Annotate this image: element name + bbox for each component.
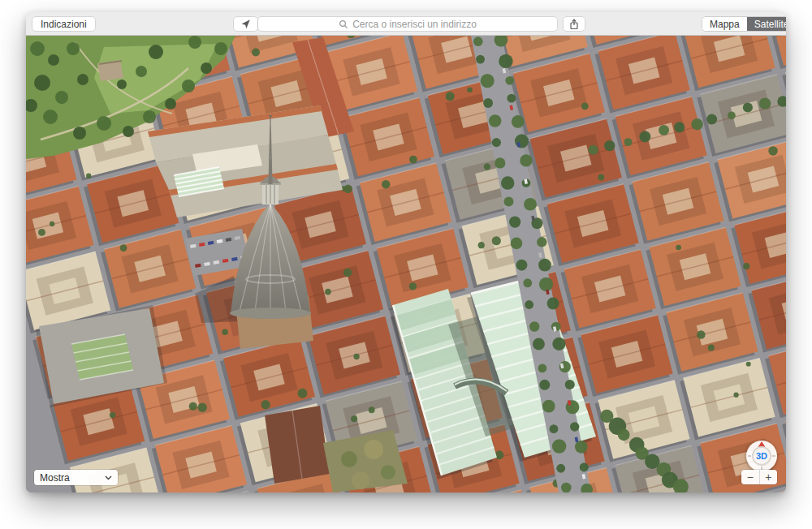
show-dropdown[interactable]: Mostra (34, 470, 118, 485)
compass-tick-east (772, 455, 775, 457)
search-icon (339, 19, 348, 29)
share-icon (569, 19, 579, 30)
zoom-out-button[interactable]: − (741, 470, 760, 484)
directions-button[interactable]: Indicazioni (32, 17, 95, 31)
segment-satellite[interactable]: Satellite (747, 17, 786, 31)
show-dropdown-label: Mostra (40, 472, 70, 484)
segment-mappa[interactable]: Mappa (702, 17, 747, 31)
zoom-in-button[interactable]: + (760, 470, 778, 484)
compass-3d-button[interactable]: 3D (746, 441, 777, 471)
search-input[interactable]: Cerca o inserisci un indirizzo (258, 17, 557, 31)
compass-3d-label: 3D (756, 451, 767, 461)
map-type-segmented-control: Mappa Satellite (702, 17, 786, 31)
current-location-button[interactable] (234, 17, 257, 31)
maps-window: Indicazioni Cerca o inserisci un indiriz… (26, 12, 786, 492)
compass-tick-west (748, 455, 751, 457)
toolbar: Indicazioni Cerca o inserisci un indiriz… (26, 12, 786, 36)
satellite-map[interactable] (26, 36, 786, 492)
share-button[interactable] (564, 17, 585, 31)
search-placeholder: Cerca o inserisci un indirizzo (352, 19, 477, 30)
chevron-down-icon (105, 475, 112, 480)
map-area: Mostra 3D − + (26, 36, 786, 492)
location-arrow-icon (240, 19, 251, 29)
zoom-control: − + (741, 470, 777, 484)
